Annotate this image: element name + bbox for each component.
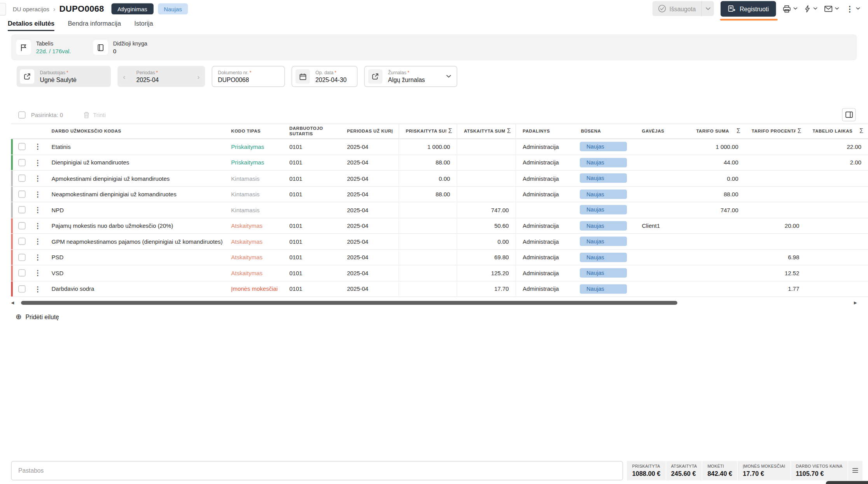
cell-tarifo-procentas[interactable]: 12.52 xyxy=(745,266,806,281)
cell-atskaityta-suma[interactable] xyxy=(457,139,516,154)
cell-tabelio-laikas[interactable]: 2.00 xyxy=(806,155,868,170)
breadcrumb[interactable]: DU operacijos xyxy=(13,5,49,12)
chevron-left-icon[interactable]: ‹ xyxy=(117,72,131,80)
cell-padalinys[interactable]: Administracija xyxy=(516,171,574,186)
cell-atskaityta-suma[interactable] xyxy=(457,155,516,170)
sum-icon[interactable]: Σ xyxy=(737,128,740,135)
cell-tarifo-suma[interactable] xyxy=(690,266,745,281)
info-card-tabelis[interactable]: Tabelis 22d. / 176val. xyxy=(16,40,71,55)
cell-tabelio-laikas[interactable] xyxy=(806,266,868,281)
tab-istorija[interactable]: Istorija xyxy=(134,20,153,31)
calendar-icon[interactable] xyxy=(296,69,310,84)
cell-kodo-tipas[interactable]: Atskaitymas xyxy=(224,266,283,281)
cell-periodas-uz-kuri[interactable]: 2025-04 xyxy=(340,171,399,186)
journal-field[interactable]: Žurnalas* Algų žurnalas xyxy=(364,66,457,87)
external-link-icon[interactable] xyxy=(20,69,34,84)
table-row[interactable]: ⋮ NPD Kintamasis 2025-04 747.00 Naujas 7… xyxy=(11,202,868,218)
cell-gavejas[interactable] xyxy=(635,202,690,217)
cell-kodo-tipas[interactable]: Kintamasis xyxy=(224,202,283,217)
cell-gavejas[interactable] xyxy=(635,281,690,296)
row-menu-icon[interactable]: ⋮ xyxy=(30,155,45,170)
cell-priskaityta-suma[interactable] xyxy=(399,281,457,296)
delete-button[interactable]: Trinti xyxy=(83,111,105,119)
cell-atskaityta-suma[interactable]: 0.00 xyxy=(457,234,516,249)
row-checkbox[interactable] xyxy=(18,222,26,229)
cell-priskaityta-suma[interactable] xyxy=(399,202,457,217)
cell-darbuotojo-sutartis[interactable] xyxy=(283,202,340,217)
operation-date-field[interactable]: Op. data* 2025-04-30 xyxy=(292,66,358,87)
row-checkbox[interactable] xyxy=(18,285,26,293)
cell-kodo-tipas[interactable]: Priskaitymas xyxy=(224,139,283,154)
cell-kodo-tipas[interactable]: Atskaitymas xyxy=(224,218,283,233)
cell-tabelio-laikas[interactable] xyxy=(806,234,868,249)
column-header-busena[interactable]: BŪSENA xyxy=(574,124,635,138)
row-checkbox[interactable] xyxy=(18,175,26,182)
cell-tabelio-laikas[interactable] xyxy=(806,171,868,186)
cell-tarifo-procentas[interactable] xyxy=(745,202,806,217)
row-checkbox[interactable] xyxy=(18,159,26,166)
more-button[interactable]: ⋮ xyxy=(846,5,860,12)
tab-bendra-informacija[interactable]: Bendra informacija xyxy=(68,20,121,31)
row-checkbox[interactable] xyxy=(18,143,26,150)
cell-kodo-tipas[interactable]: Kintamasis xyxy=(224,171,283,186)
scroll-left-icon[interactable]: ◀ xyxy=(11,301,18,305)
table-row[interactable]: ⋮ GPM neapmokestinamos pajamos (dienpini… xyxy=(11,234,868,250)
sum-icon[interactable]: Σ xyxy=(507,128,511,135)
cell-darbuotojo-sutartis[interactable]: 0101 xyxy=(283,155,340,170)
mail-button[interactable] xyxy=(824,5,839,12)
cell-darbuotojo-sutartis[interactable]: 0101 xyxy=(283,218,340,233)
row-menu-icon[interactable]: ⋮ xyxy=(30,250,45,265)
row-checkbox[interactable] xyxy=(18,269,26,277)
status-badge[interactable]: Naujas xyxy=(580,221,627,230)
sum-icon[interactable]: Σ xyxy=(448,128,452,135)
cell-tabelio-laikas[interactable] xyxy=(806,281,868,296)
cell-atskaityta-suma[interactable]: 50.60 xyxy=(457,218,516,233)
cell-tarifo-procentas[interactable]: 6.98 xyxy=(745,250,806,265)
cell-tarifo-suma[interactable]: 0.00 xyxy=(690,171,745,186)
sum-icon[interactable]: Σ xyxy=(798,128,802,135)
cell-tarifo-suma[interactable]: 88.00 xyxy=(690,187,745,202)
horizontal-scrollbar[interactable]: ◀ ▶ xyxy=(11,301,857,306)
cell-darbuotojo-sutartis[interactable]: 0101 xyxy=(283,266,340,281)
row-checkbox[interactable] xyxy=(18,238,26,245)
column-header-gavejas[interactable]: GAVĖJAS xyxy=(635,124,690,138)
table-row[interactable]: ⋮ Etatinis Priskaitymas 0101 2025-04 1 0… xyxy=(11,139,868,155)
cell-gavejas[interactable] xyxy=(635,234,690,249)
column-header-priskaityta[interactable]: PRISKAITYTA SUMAΣ xyxy=(399,124,457,138)
cell-tarifo-procentas[interactable] xyxy=(745,187,806,202)
column-header-padalinys[interactable]: PADALINYS xyxy=(516,124,574,138)
status-badge[interactable]: Naujas xyxy=(580,142,627,151)
row-menu-icon[interactable]: ⋮ xyxy=(30,281,45,296)
cell-atskaityta-suma[interactable]: 747.00 xyxy=(457,202,516,217)
info-card-value[interactable]: 0 xyxy=(113,48,147,54)
cell-tarifo-procentas[interactable] xyxy=(745,171,806,186)
cell-periodas-uz-kuri[interactable]: 2025-04 xyxy=(340,202,399,217)
cell-darbuotojo-sutartis[interactable]: 0101 xyxy=(283,250,340,265)
cell-darbo-uzmokescio-kodas[interactable]: Apmokestinami dienpinigiai už komandiruo… xyxy=(45,171,224,186)
status-badge[interactable]: Naujas xyxy=(580,268,627,278)
cell-darbo-uzmokescio-kodas[interactable]: Darbdavio sodra xyxy=(45,281,224,296)
cell-padalinys[interactable]: Administracija xyxy=(516,234,574,249)
status-badge[interactable]: Naujas xyxy=(580,253,627,262)
document-number-field[interactable]: Dokumento nr.* DUPO0068 xyxy=(212,66,285,87)
status-badge[interactable]: Naujas xyxy=(580,173,627,183)
status-badge[interactable]: Naujas xyxy=(580,205,627,215)
cell-kodo-tipas[interactable]: Atskaitymas xyxy=(224,234,283,249)
column-header-period[interactable]: PERIODAS UŽ KURĮ xyxy=(340,124,399,138)
table-row[interactable]: ⋮ PSD Atskaitymas 0101 2025-04 69.80 Adm… xyxy=(11,250,868,266)
notes-input[interactable] xyxy=(11,461,623,480)
cell-priskaityta-suma[interactable]: 88.00 xyxy=(399,187,457,202)
column-header-atskaityta[interactable]: ATSKAITYTA SUMAΣ xyxy=(457,124,516,138)
cell-priskaityta-suma[interactable]: 0.00 xyxy=(399,171,457,186)
cell-gavejas[interactable] xyxy=(635,171,690,186)
cell-tabelio-laikas[interactable]: 22.00 xyxy=(806,139,868,154)
column-header-contract[interactable]: DARBUOTOJO SUTARTIS xyxy=(283,124,340,138)
cell-tarifo-procentas[interactable] xyxy=(745,139,806,154)
row-menu-icon[interactable]: ⋮ xyxy=(30,187,45,202)
actions-button[interactable] xyxy=(804,5,817,12)
cell-periodas-uz-kuri[interactable]: 2025-04 xyxy=(340,234,399,249)
row-menu-icon[interactable]: ⋮ xyxy=(30,218,45,233)
cell-atskaityta-suma[interactable]: 69.80 xyxy=(457,250,516,265)
add-row-button[interactable]: ⊕ Pridėti eilutę xyxy=(16,313,868,320)
period-field[interactable]: ‹ Periodas* 2025-04 › xyxy=(117,66,205,87)
